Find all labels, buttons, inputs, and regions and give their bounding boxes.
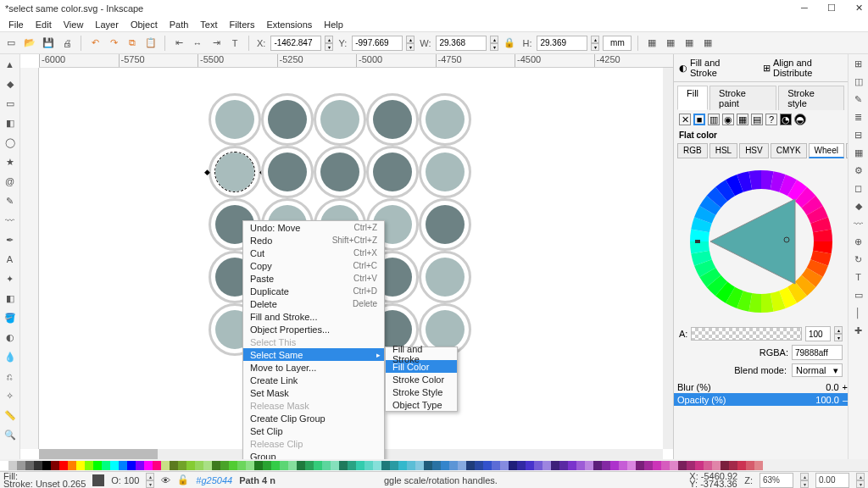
palette-swatch[interactable] <box>678 461 687 470</box>
palette-swatch[interactable] <box>610 461 619 470</box>
ctx-paste[interactable]: PasteCtrl+V <box>243 272 384 285</box>
xml-icon[interactable]: ✎ <box>851 92 866 107</box>
ctx-select-same[interactable]: Select Same▸ <box>243 348 384 361</box>
palette-swatch[interactable] <box>593 461 602 470</box>
palette-swatch[interactable] <box>687 461 695 470</box>
ctx-move-to-layer-[interactable]: Move to Layer... <box>243 361 384 374</box>
palette-swatch[interactable] <box>254 461 263 470</box>
palette-swatch[interactable] <box>17 461 25 470</box>
menu-file[interactable]: File <box>3 19 29 30</box>
palette-swatch[interactable] <box>161 461 170 470</box>
gradient-tool-icon[interactable]: ◐ <box>2 329 19 346</box>
palette-swatch[interactable] <box>356 461 364 470</box>
fill-swatch[interactable] <box>92 474 104 486</box>
undo-icon[interactable]: ↶ <box>87 36 103 51</box>
ctx-create-clip-group[interactable]: Create Clip Group <box>243 412 384 424</box>
rect-tool-icon[interactable]: ▭ <box>2 95 19 112</box>
snap-rotation-icon[interactable]: ↻ <box>851 252 866 267</box>
subtab-stroke-paint[interactable]: Stroke paint <box>709 86 776 110</box>
palette-swatch[interactable] <box>93 461 102 470</box>
x-input[interactable]: -1462.847 <box>270 36 321 51</box>
snap-node-icon[interactable]: ◆ <box>851 198 866 214</box>
palette-swatch[interactable] <box>186 461 195 470</box>
menu-edit[interactable]: Edit <box>31 19 57 30</box>
canvas-circle[interactable] <box>419 93 471 146</box>
menu-view[interactable]: View <box>58 19 89 30</box>
text-tool-icon[interactable]: A <box>2 251 19 268</box>
colorspace-cmyk[interactable]: CMYK <box>771 143 807 158</box>
palette-swatch[interactable] <box>339 461 348 470</box>
x-down[interactable]: ▾ <box>325 43 333 51</box>
palette-swatch[interactable] <box>178 461 186 470</box>
ctx-set-mask[interactable]: Set Mask <box>243 386 384 399</box>
prefs-icon[interactable]: ⚙ <box>851 163 866 178</box>
pencil-tool-icon[interactable]: ✎ <box>2 192 19 209</box>
palette-swatch[interactable] <box>746 461 754 470</box>
3dbox-tool-icon[interactable]: ◧ <box>2 114 19 131</box>
spiral-tool-icon[interactable]: @ <box>2 173 19 190</box>
layer-name[interactable]: #g25044 <box>196 475 232 485</box>
transform-icon-4[interactable]: ▦ <box>700 36 715 51</box>
palette-swatch[interactable] <box>449 461 458 470</box>
palette-swatch[interactable] <box>263 461 271 470</box>
palette-swatch[interactable] <box>415 461 424 470</box>
palette-swatch[interactable] <box>466 461 475 470</box>
paint-none-icon[interactable]: ✕ <box>679 114 691 125</box>
paint-linear-icon[interactable]: ▥ <box>708 114 720 125</box>
palette-swatch[interactable] <box>398 461 407 470</box>
palette-swatch[interactable] <box>331 461 339 470</box>
canvas-circle[interactable] <box>314 93 366 146</box>
snap-guide-icon[interactable]: │ <box>851 305 866 320</box>
canvas-circle[interactable] <box>209 146 261 198</box>
palette-swatch[interactable] <box>237 461 246 470</box>
unit-select[interactable]: mm <box>603 36 632 51</box>
snap-misc-icon[interactable]: ✚ <box>851 323 866 338</box>
palette-swatch[interactable] <box>721 461 729 470</box>
lock-icon[interactable]: 🔒 <box>504 37 515 48</box>
palette-swatch[interactable] <box>76 461 85 470</box>
subctx-stroke-style[interactable]: Stroke Style <box>386 385 457 398</box>
paint-flat-icon[interactable]: ■ <box>693 114 705 125</box>
palette-swatch[interactable] <box>102 461 110 470</box>
canvas-circle[interactable] <box>261 146 314 198</box>
palette-swatch[interactable] <box>619 461 627 470</box>
x-up[interactable]: ▴ <box>325 36 333 43</box>
text-icon[interactable]: T <box>227 36 242 51</box>
align-icon[interactable]: ⊟ <box>851 127 866 142</box>
layers-icon[interactable]: ≣ <box>851 109 866 125</box>
copy-icon[interactable]: ⧉ <box>125 36 140 51</box>
palette-swatch[interactable] <box>195 461 203 470</box>
palette-swatch[interactable] <box>297 461 305 470</box>
palette-swatch[interactable] <box>381 461 390 470</box>
eraser-tool-icon[interactable]: ◧ <box>2 290 19 307</box>
measure-tool-icon[interactable]: 📏 <box>2 407 19 424</box>
maximize-button[interactable]: ☐ <box>826 2 837 14</box>
canvas-circle[interactable] <box>314 146 366 198</box>
palette-swatch[interactable] <box>42 461 51 470</box>
snap-path-icon[interactable]: 〰 <box>851 216 866 231</box>
palette-swatch[interactable] <box>305 461 314 470</box>
h-down[interactable]: ▾ <box>591 43 599 51</box>
palette-swatch[interactable] <box>246 461 254 470</box>
ctx-delete[interactable]: DeleteDelete <box>243 297 384 310</box>
paint-unknown-icon[interactable]: ? <box>765 114 777 125</box>
align-center-icon[interactable]: ↔ <box>190 36 205 51</box>
palette-swatch[interactable] <box>492 461 500 470</box>
palette-swatch[interactable] <box>8 461 17 470</box>
rotation-input[interactable]: 0.00 <box>815 473 849 488</box>
ctx-cut[interactable]: CutCtrl+X <box>243 247 384 259</box>
palette-swatch[interactable] <box>542 461 551 470</box>
alpha-slider[interactable] <box>691 327 802 341</box>
bezier-tool-icon[interactable]: 〰 <box>2 212 19 229</box>
colorspace-rgb[interactable]: RGB <box>677 143 708 158</box>
redo-icon[interactable]: ↷ <box>106 36 121 51</box>
snap-icon[interactable]: ⊞ <box>851 56 866 71</box>
palette-swatch[interactable] <box>754 461 763 470</box>
palette-swatch[interactable] <box>280 461 288 470</box>
palette-swatch[interactable] <box>127 461 136 470</box>
dock-tab-fillstroke[interactable]: ◐ Fill and Stroke <box>679 58 741 78</box>
snap-center-icon[interactable]: ⊕ <box>851 234 866 249</box>
color-palette[interactable] <box>0 459 868 471</box>
palette-swatch[interactable] <box>110 461 119 470</box>
close-button[interactable]: ✕ <box>853 2 865 14</box>
